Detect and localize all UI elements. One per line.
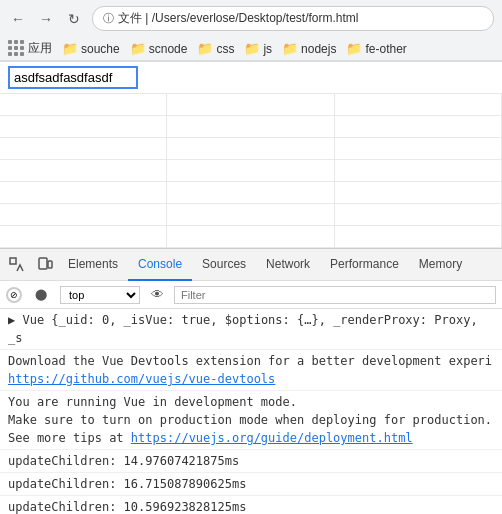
apps-grid-icon [8,40,25,57]
table-cell [0,204,167,225]
folder-icon: 📁 [62,41,78,56]
stop-recording-button[interactable]: ⬤ [28,282,54,308]
bookmark-scnode[interactable]: 📁 scnode [130,41,188,56]
table-cell [167,116,334,137]
refresh-button[interactable]: ↻ [64,9,84,29]
devtools-left-icons [4,252,58,278]
console-line: Download the Vue Devtools extension for … [0,350,502,391]
form-text-input[interactable] [8,66,138,89]
address-bar[interactable]: ⓘ 文件 | /Users/everlose/Desktop/test/form… [92,6,494,31]
nav-bar: ← → ↻ ⓘ 文件 | /Users/everlose/Desktop/tes… [0,0,502,37]
console-text: Download the Vue Devtools extension for … [8,354,492,386]
console-text: Vue {_uid: 0, _isVue: true, $options: {…… [8,313,478,345]
console-text: updateChildren: 14.97607421875ms [8,454,239,468]
table-cell [0,94,167,115]
console-text: updateChildren: 10.596923828125ms [8,500,246,514]
svg-rect-2 [48,261,52,268]
device-mode-button[interactable] [32,252,58,278]
tab-memory[interactable]: Memory [409,249,472,281]
form-input-row [0,62,502,94]
table-row [0,182,502,204]
bookmark-css[interactable]: 📁 css [197,41,234,56]
devtools-panel: Elements Console Sources Network Perform… [0,248,502,514]
bookmark-apps[interactable]: 应用 [8,40,52,57]
table-cell [0,160,167,181]
console-line: updateChildren: 10.596923828125ms [0,496,502,514]
url-text: 文件 | /Users/everlose/Desktop/test/form.h… [118,10,359,27]
table-cell [335,94,502,115]
bookmark-label: js [263,42,272,56]
table-cell [335,226,502,247]
devtools-tabs: Elements Console Sources Network Perform… [0,249,502,281]
console-line: updateChildren: 16.715087890625ms [0,473,502,496]
table-cell [167,160,334,181]
console-bar: ⊘ ⬤ top 👁 [0,281,502,309]
tab-performance[interactable]: Performance [320,249,409,281]
console-line: You are running Vue in development mode.… [0,391,502,450]
eye-icon[interactable]: 👁 [146,284,168,306]
bookmark-js[interactable]: 📁 js [244,41,272,56]
bookmarks-bar: 应用 📁 souche 📁 scnode 📁 css 📁 js 📁 nodejs… [0,37,502,61]
table-cell [335,160,502,181]
console-text: updateChildren: 16.715087890625ms [8,477,246,491]
console-output: ▶ Vue {_uid: 0, _isVue: true, $options: … [0,309,502,514]
table-row [0,138,502,160]
table-cell [335,116,502,137]
folder-icon: 📁 [244,41,260,56]
bookmark-label: scnode [149,42,188,56]
lock-icon: ⓘ [103,11,114,26]
folder-icon: 📁 [346,41,362,56]
bookmark-label: css [216,42,234,56]
expand-arrow: ▶ [8,313,15,327]
table-cell [335,138,502,159]
inspect-element-button[interactable] [4,252,30,278]
bookmark-nodejs[interactable]: 📁 nodejs [282,41,336,56]
table-row [0,204,502,226]
table-cell [167,138,334,159]
table-cell [167,226,334,247]
tab-elements[interactable]: Elements [58,249,128,281]
table-cell [335,182,502,203]
tab-network[interactable]: Network [256,249,320,281]
console-line[interactable]: ▶ Vue {_uid: 0, _isVue: true, $options: … [0,309,502,350]
table-area [0,94,502,248]
tab-sources[interactable]: Sources [192,249,256,281]
table-cell [0,182,167,203]
table-cell [167,94,334,115]
forward-button[interactable]: → [36,9,56,29]
folder-icon: 📁 [282,41,298,56]
table-cell [167,182,334,203]
folder-icon: 📁 [130,41,146,56]
folder-icon: 📁 [197,41,213,56]
context-selector[interactable]: top [60,286,140,304]
bookmark-label: souche [81,42,120,56]
table-cell [167,204,334,225]
bookmark-souche[interactable]: 📁 souche [62,41,120,56]
table-cell [0,116,167,137]
console-text: You are running Vue in development mode.… [8,395,492,445]
bookmark-fe-other[interactable]: 📁 fe-other [346,41,406,56]
table-cell [0,138,167,159]
table-row [0,160,502,182]
table-cell [335,204,502,225]
page-content [0,62,502,248]
clear-console-button[interactable]: ⊘ [6,287,22,303]
svg-rect-0 [10,258,16,264]
filter-input[interactable] [174,286,496,304]
apps-label: 应用 [28,40,52,57]
bookmark-label: fe-other [365,42,406,56]
table-row [0,94,502,116]
console-line: updateChildren: 14.97607421875ms [0,450,502,473]
svg-rect-1 [39,258,47,269]
devtools-link[interactable]: https://github.com/vuejs/vue-devtools [8,372,275,386]
back-button[interactable]: ← [8,9,28,29]
bookmark-label: nodejs [301,42,336,56]
table-row [0,226,502,248]
table-row [0,116,502,138]
deployment-link[interactable]: https://vuejs.org/guide/deployment.html [131,431,413,445]
table-cell [0,226,167,247]
tab-console[interactable]: Console [128,249,192,281]
